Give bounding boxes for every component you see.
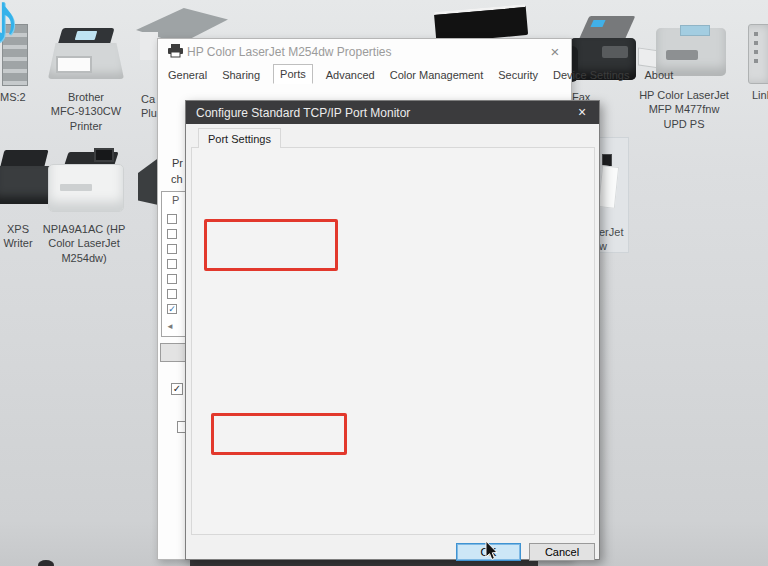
icon-label-link[interactable]: Link	[752, 88, 768, 102]
port-checkbox[interactable]	[167, 214, 177, 224]
ports-list-header-fragment: P	[172, 194, 179, 206]
port-dialog-titlebar[interactable]: Configure Standard TCP/IP Port Monitor ×	[186, 101, 599, 124]
tab-color-management[interactable]: Color Management	[388, 66, 486, 86]
button-fragment[interactable]	[160, 343, 186, 362]
icon-label-hp-m477[interactable]: HP Color LaserJet MFP M477fnw UPD PS	[624, 88, 744, 131]
port-checkbox[interactable]	[167, 244, 177, 254]
tab-advanced[interactable]: Advanced	[324, 66, 377, 86]
snmp-highlight-box	[211, 413, 347, 455]
printer-glyph-icon	[168, 44, 183, 58]
screen: ♪ MS:2 Brother MFC-9130CW Printer Ca Plu…	[0, 0, 768, 566]
properties-title: HP Color LaserJet M254dw Properties	[187, 45, 392, 59]
tab-general[interactable]: General	[166, 66, 209, 86]
player-control-fragment	[38, 560, 54, 566]
tcpip-port-monitor-dialog: Configure Standard TCP/IP Port Monitor ×…	[185, 100, 600, 560]
hidden-printer-body	[140, 32, 158, 60]
scrollbar-left-arrow-icon[interactable]: ◄	[166, 322, 174, 331]
mouse-cursor	[484, 540, 499, 561]
bidirectional-checkbox-fragment[interactable]: ✓	[171, 383, 183, 395]
port-dialog-title: Configure Standard TCP/IP Port Monitor	[196, 106, 410, 120]
brother-printer-icon[interactable]	[48, 26, 124, 88]
tab-device-settings[interactable]: Device Settings	[551, 66, 631, 86]
port-checkbox[interactable]	[167, 229, 177, 239]
tab-ports[interactable]: Ports	[273, 64, 313, 84]
port-checkbox[interactable]	[167, 274, 177, 284]
port-checkbox-checked[interactable]: ✓	[167, 304, 177, 314]
properties-close-icon[interactable]: ×	[547, 43, 563, 60]
icon-label-selected-fragment: erJet w	[599, 225, 633, 254]
port-checkbox[interactable]	[167, 289, 177, 299]
port-checkbox[interactable]	[167, 259, 177, 269]
link-device-icon[interactable]	[746, 22, 768, 86]
tab-about[interactable]: About	[642, 66, 675, 86]
cancel-button[interactable]: Cancel	[529, 543, 595, 561]
npia-printer-icon[interactable]	[46, 148, 124, 218]
tab-security[interactable]: Security	[496, 66, 540, 86]
protocol-highlight-box	[204, 219, 338, 271]
icon-label-brother[interactable]: Brother MFC-9130CW Printer	[38, 90, 134, 133]
port-settings-panel	[191, 147, 595, 535]
properties-tab-bar: General Sharing Ports Advanced Color Man…	[166, 66, 675, 86]
tab-sharing[interactable]: Sharing	[220, 66, 262, 86]
music-note-icon: ♪	[0, 0, 21, 61]
icon-label-npia[interactable]: NPIA9A1AC (HP Color LaserJet M254dw)	[32, 222, 136, 265]
ports-text-fragment-2: ch	[171, 173, 183, 185]
port-dialog-close-icon[interactable]: ×	[574, 104, 590, 120]
tab-port-settings[interactable]: Port Settings	[198, 128, 281, 148]
ports-text-fragment-1: Pr	[172, 157, 183, 169]
properties-titlebar[interactable]: HP Color LaserJet M254dw Properties ×	[158, 39, 571, 64]
